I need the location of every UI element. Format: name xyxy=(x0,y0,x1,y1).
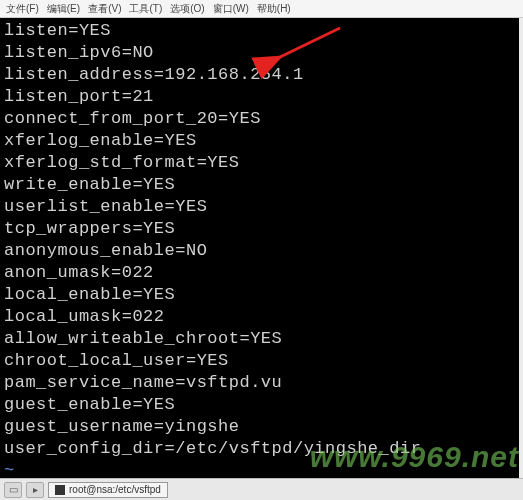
config-line: anonymous_enable=NO xyxy=(4,240,515,262)
menu-item[interactable]: 文件(F) xyxy=(6,2,39,15)
config-line: tcp_wrappers=YES xyxy=(4,218,515,240)
config-line: listen_ipv6=NO xyxy=(4,42,515,64)
terminal-tab[interactable]: root@nsa:/etc/vsftpd xyxy=(48,482,168,498)
config-line: xferlog_std_format=YES xyxy=(4,152,515,174)
menu-item[interactable]: 工具(T) xyxy=(129,2,162,15)
menu-bar: 文件(F) 编辑(E) 查看(V) 工具(T) 选项(O) 窗口(W) 帮助(H… xyxy=(0,0,523,18)
config-line: xferlog_enable=YES xyxy=(4,130,515,152)
terminal-viewport[interactable]: listen=YES listen_ipv6=NO listen_address… xyxy=(0,18,519,478)
config-line: anon_umask=022 xyxy=(4,262,515,284)
taskbar: ▭ ▸ root@nsa:/etc/vsftpd xyxy=(0,478,523,500)
menu-item[interactable]: 查看(V) xyxy=(88,2,121,15)
menu-item[interactable]: 选项(O) xyxy=(170,2,204,15)
taskbar-button[interactable]: ▸ xyxy=(26,482,44,498)
config-line: listen=YES xyxy=(4,20,515,42)
menu-item[interactable]: 窗口(W) xyxy=(213,2,249,15)
config-line: pam_service_name=vsftpd.vu xyxy=(4,372,515,394)
config-line: guest_username=yingshe xyxy=(4,416,515,438)
config-line: chroot_local_user=YES xyxy=(4,350,515,372)
config-line: local_umask=022 xyxy=(4,306,515,328)
config-line: local_enable=YES xyxy=(4,284,515,306)
terminal-icon xyxy=(55,485,65,495)
taskbar-button[interactable]: ▭ xyxy=(4,482,22,498)
config-line: allow_writeable_chroot=YES xyxy=(4,328,515,350)
config-line: write_enable=YES xyxy=(4,174,515,196)
menu-item[interactable]: 帮助(H) xyxy=(257,2,291,15)
config-line: connect_from_port_20=YES xyxy=(4,108,515,130)
config-line-highlighted: listen_address=192.168.254.1 xyxy=(4,64,515,86)
config-line: userlist_enable=YES xyxy=(4,196,515,218)
config-line: guest_enable=YES xyxy=(4,394,515,416)
vim-tilde: ~ xyxy=(4,460,515,478)
menu-item[interactable]: 编辑(E) xyxy=(47,2,80,15)
terminal-tab-label: root@nsa:/etc/vsftpd xyxy=(69,484,161,495)
config-line: user_config_dir=/etc/vsftpd/yingshe_dir xyxy=(4,438,515,460)
config-line: listen_port=21 xyxy=(4,86,515,108)
